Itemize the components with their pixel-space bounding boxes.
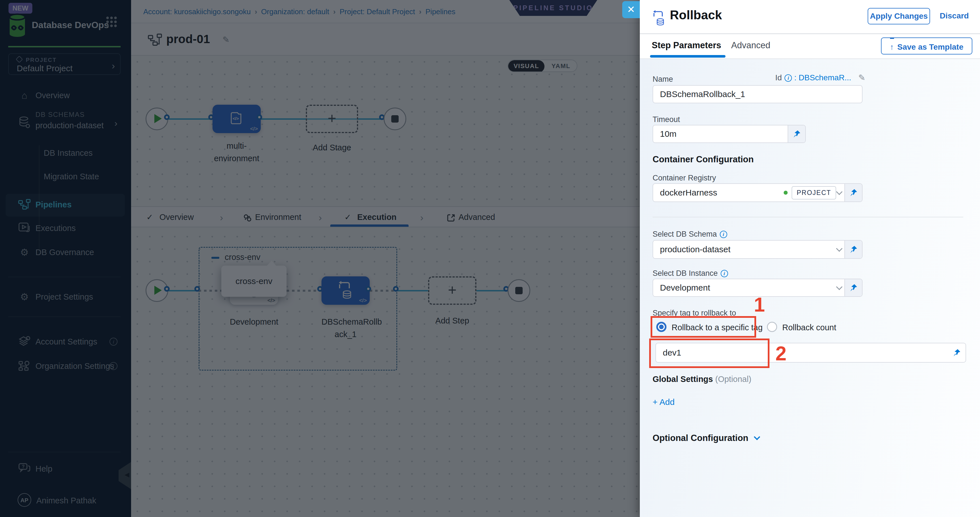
radio-label-rollback-count[interactable]: Rollback count <box>782 323 836 332</box>
pin-input-type-button[interactable] <box>845 184 862 202</box>
annotation-number-2: 2 <box>775 342 786 365</box>
select-db-schema-label: Select DB Schemai <box>652 230 727 239</box>
connectivity-status-dot <box>784 191 788 195</box>
container-registry-input[interactable]: dockerHarness PROJECT <box>652 183 862 202</box>
chevron-down-icon[interactable] <box>836 245 843 252</box>
pin-input-type-button[interactable] <box>948 344 966 362</box>
annotation-box-1 <box>651 316 756 338</box>
id-value: : DBSchemaR... <box>794 73 851 82</box>
chevron-down-icon[interactable] <box>836 284 843 290</box>
info-icon[interactable]: i <box>721 270 728 277</box>
chevron-down-icon[interactable] <box>836 189 843 195</box>
timeout-label: Timeout <box>652 115 680 124</box>
rollback-step-icon <box>652 10 667 29</box>
drawer-divider <box>640 33 980 34</box>
db-schema-select[interactable]: production-dataset <box>652 240 862 259</box>
discard-button[interactable]: Discard <box>940 11 969 21</box>
tab-advanced[interactable]: Advanced <box>731 40 770 51</box>
pin-input-type-button[interactable] <box>788 126 805 142</box>
timeout-input[interactable]: 10m <box>652 125 806 143</box>
name-input[interactable]: DBSchemaRollback_1 <box>652 85 862 103</box>
id-row: Idi : DBSchemaR... <box>652 73 851 82</box>
annotation-number-1: 1 <box>754 293 765 316</box>
container-configuration-heading: Container Configuration <box>652 154 754 165</box>
radio-rollback-count[interactable] <box>767 322 777 332</box>
info-icon[interactable]: i <box>784 74 792 82</box>
edit-id-pencil-icon[interactable]: ✎ <box>858 73 865 83</box>
annotation-box-2 <box>649 339 770 368</box>
step-parameters-form: Name Idi : DBSchemaR... ✎ DBSchemaRollba… <box>640 59 980 517</box>
select-db-instance-label: Select DB Instancei <box>652 269 728 278</box>
chevron-down-icon <box>754 434 760 441</box>
optional-configuration-toggle[interactable]: Optional Configuration <box>652 433 759 443</box>
info-icon[interactable]: i <box>720 231 727 238</box>
modal-dim-overlay <box>0 0 640 517</box>
pin-input-type-button[interactable] <box>845 241 862 258</box>
global-settings-label: Global Settings (Optional) <box>652 375 751 384</box>
drawer-title: Rollback <box>670 8 722 22</box>
close-icon[interactable]: ✕ <box>622 1 640 18</box>
container-registry-label: Container Registry <box>652 173 716 183</box>
form-divider <box>652 217 963 217</box>
save-as-template-button[interactable]: ↑Save as Template <box>881 37 972 54</box>
pin-input-type-button[interactable] <box>845 279 862 296</box>
tab-step-parameters[interactable]: Step Parameters <box>652 40 721 51</box>
upload-icon: ↑ <box>890 38 894 55</box>
step-config-drawer: ✕ Rollback Apply Changes Discard Step Pa… <box>640 0 980 517</box>
app-window: NEW Database DevOps PROJECT Default Proj… <box>0 0 980 517</box>
active-tab-underline <box>650 55 725 57</box>
add-global-setting-link[interactable]: + Add <box>652 397 675 407</box>
apply-changes-button[interactable]: Apply Changes <box>868 8 930 24</box>
scope-badge: PROJECT <box>792 186 836 199</box>
